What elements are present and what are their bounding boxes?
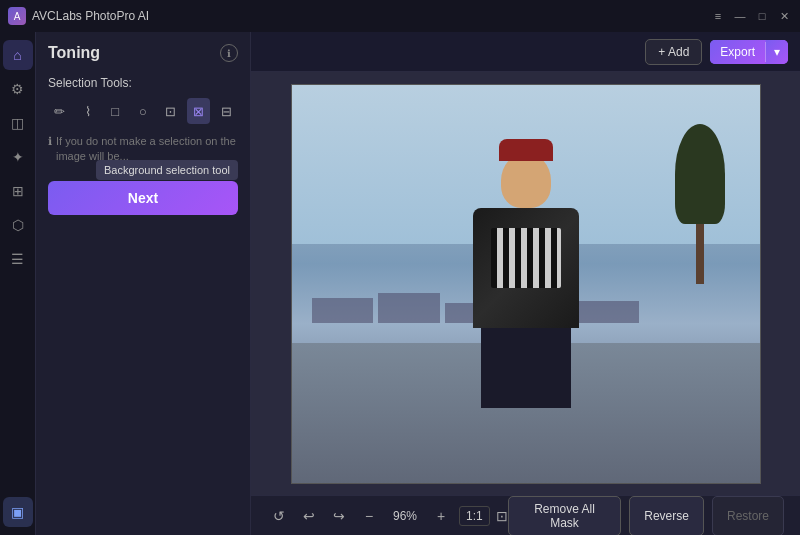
export-button[interactable]: Export bbox=[710, 40, 765, 64]
rotate-left-btn[interactable]: ↺ bbox=[267, 504, 291, 528]
right-section: + Add Export ▾ bbox=[251, 32, 800, 535]
redo-btn[interactable]: ↪ bbox=[327, 504, 351, 528]
add-button[interactable]: + Add bbox=[645, 39, 702, 65]
zoom-level: 96% bbox=[387, 509, 423, 523]
sidebar-item-chat[interactable]: ▣ bbox=[3, 497, 33, 527]
canvas-area: ↺ ↩ ↪ − 96% + 1:1 ⊡ Remove All Mask Reve… bbox=[251, 72, 800, 535]
person-head bbox=[501, 153, 551, 208]
close-btn[interactable]: ✕ bbox=[776, 8, 792, 24]
hint-text: If you do not make a selection on the im… bbox=[56, 134, 238, 165]
hint-icon: ℹ bbox=[48, 135, 52, 148]
restore-btn[interactable]: Restore bbox=[712, 496, 784, 536]
canvas-image bbox=[291, 84, 761, 484]
tools-row: ✏ ⌇ □ ○ ⊡ ⊠ ⊟ bbox=[48, 98, 238, 124]
action-buttons: Remove All Mask Reverse Restore bbox=[508, 496, 784, 536]
panel-header: Toning ℹ bbox=[48, 44, 238, 62]
sidebar-item-puzzle[interactable]: ⊞ bbox=[3, 176, 33, 206]
sidebar-item-stack[interactable]: ☰ bbox=[3, 244, 33, 274]
zoom-out-btn[interactable]: − bbox=[357, 504, 381, 528]
window-controls: ≡ — □ ✕ bbox=[710, 8, 792, 24]
minimize-btn[interactable]: — bbox=[732, 8, 748, 24]
info-icon[interactable]: ℹ bbox=[220, 44, 238, 62]
pen-tool-btn[interactable]: ✏ bbox=[48, 98, 72, 124]
sidebar-item-paint[interactable]: ⬡ bbox=[3, 210, 33, 240]
content-header: + Add Export ▾ bbox=[251, 32, 800, 72]
sidebar-item-tools[interactable]: ⚙ bbox=[3, 74, 33, 104]
panel-title: Toning bbox=[48, 44, 100, 62]
rect-tool-btn[interactable]: □ bbox=[103, 98, 127, 124]
person-legs bbox=[481, 328, 571, 408]
title-bar: A AVCLabs PhotoPro AI ≡ — □ ✕ bbox=[0, 0, 800, 32]
selection-tools-label: Selection Tools: bbox=[48, 76, 238, 90]
extra-tool-btn[interactable]: ⊟ bbox=[214, 98, 238, 124]
remove-all-mask-btn[interactable]: Remove All Mask bbox=[508, 496, 622, 536]
subject-tool-btn[interactable]: ⊡ bbox=[159, 98, 183, 124]
icon-sidebar: ⌂ ⚙ ◫ ✦ ⊞ ⬡ ☰ ▣ bbox=[0, 32, 36, 535]
person-shirt bbox=[491, 228, 561, 288]
fit-btn[interactable]: ⊡ bbox=[496, 508, 508, 524]
person-body bbox=[481, 208, 571, 328]
maximize-btn[interactable]: □ bbox=[754, 8, 770, 24]
sidebar-item-effects[interactable]: ✦ bbox=[3, 142, 33, 172]
app-title: AVCLabs PhotoPro AI bbox=[32, 9, 149, 23]
left-panel: Toning ℹ Selection Tools: ✏ ⌇ □ ○ ⊡ ⊠ ⊟ … bbox=[36, 32, 251, 535]
photo-background bbox=[292, 85, 760, 483]
person bbox=[456, 153, 596, 383]
next-button[interactable]: Next bbox=[48, 181, 238, 215]
reverse-btn[interactable]: Reverse bbox=[629, 496, 704, 536]
canvas-workspace[interactable] bbox=[251, 72, 800, 495]
undo-btn[interactable]: ↩ bbox=[297, 504, 321, 528]
tree-right bbox=[670, 124, 730, 284]
export-chevron[interactable]: ▾ bbox=[766, 40, 788, 64]
building-1 bbox=[312, 298, 374, 323]
zoom-in-btn[interactable]: + bbox=[429, 504, 453, 528]
ellipse-tool-btn[interactable]: ○ bbox=[131, 98, 155, 124]
building-2 bbox=[378, 293, 440, 323]
sidebar-item-layers[interactable]: ◫ bbox=[3, 108, 33, 138]
bg-tool-btn[interactable]: ⊠ bbox=[187, 98, 211, 124]
main-layout: ⌂ ⚙ ◫ ✦ ⊞ ⬡ ☰ ▣ Toning ℹ Selection Tools… bbox=[0, 32, 800, 535]
app-icon: A bbox=[8, 7, 26, 25]
zoom-controls: ↺ ↩ ↪ − 96% + 1:1 ⊡ bbox=[267, 504, 508, 528]
person-hat bbox=[499, 139, 553, 161]
hint-row: ℹ If you do not make a selection on the … bbox=[48, 134, 238, 165]
bottom-toolbar: ↺ ↩ ↪ − 96% + 1:1 ⊡ Remove All Mask Reve… bbox=[251, 495, 800, 535]
menu-btn[interactable]: ≡ bbox=[710, 8, 726, 24]
tree-canopy bbox=[675, 124, 725, 224]
lasso-tool-btn[interactable]: ⌇ bbox=[76, 98, 100, 124]
zoom-1-1-btn[interactable]: 1:1 bbox=[459, 506, 490, 526]
sidebar-item-home[interactable]: ⌂ bbox=[3, 40, 33, 70]
